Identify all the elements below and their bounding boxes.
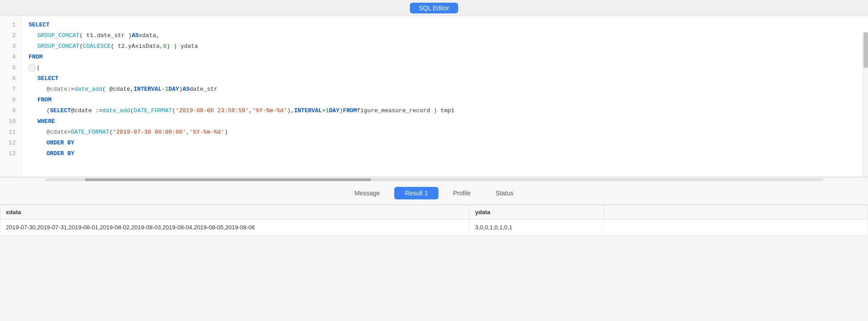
results-area: xdata ydata 2019-07-30,2019-07-31,2019-0… [0,205,868,236]
code-token: ( t1.date_str ) [80,30,132,41]
code-token: ( [130,106,134,116]
code-token: 0 [163,41,167,52]
code-token: FROM [343,106,357,116]
code-token: + [322,106,325,116]
code-token: ), [287,106,294,116]
code-token: ( [80,41,83,52]
code-token: DAY [329,106,339,116]
code-token: GROUP_CONCAT [38,30,80,41]
code-token: figure_measure_record ) tmp1 [357,106,454,116]
tab-result1[interactable]: Result 1 [394,187,438,199]
tab-status[interactable]: Status [485,187,524,199]
code-token: ORDER BY [46,138,74,148]
code-line-1[interactable]: SELECT [29,20,861,30]
code-line-10[interactable]: WHERE [29,116,861,127]
code-line-5[interactable]: −( [29,63,861,73]
code-token: ( [109,127,113,138]
scrollbar-thumb-h[interactable] [85,178,371,181]
editor-inner: 12345678910111213 SELECTGROUP_CONCAT( t1… [0,16,868,177]
tab-message[interactable]: Message [344,187,391,199]
code-line-8[interactable]: FROM [29,95,861,106]
code-token: , [249,106,253,116]
code-token: ( t2.yAxisData, [111,41,163,52]
cell-xdata: 2019-07-30,2019-07-31,2019-08-01,2019-08… [0,220,470,236]
vertical-scrollbar[interactable] [863,32,868,177]
code-token: date_add [74,84,102,95]
code-token: ( [37,63,40,73]
code-token: := [67,84,75,95]
code-token: AS [182,84,190,95]
code-token: ( [46,106,50,116]
code-token: 1 [325,106,329,116]
top-bar: SQL Editor [0,0,868,16]
code-token: DAY [169,84,179,95]
code-token: GROUP_CONCAT [38,41,80,52]
code-token: date_add [102,106,130,116]
tab-profile[interactable]: Profile [442,187,481,199]
scrollbar-thumb[interactable] [864,32,868,68]
cell-empty [604,220,868,236]
code-token: INTERVAL [294,106,322,116]
code-content[interactable]: SELECTGROUP_CONCAT( t1.date_str ) AS xda… [21,16,868,177]
results-table: xdata ydata 2019-07-30,2019-07-31,2019-0… [0,205,868,236]
code-token: @cdate [46,84,67,95]
horizontal-scrollbar-area [0,177,868,182]
code-token: SELECT [29,20,50,30]
code-token: ) [179,84,183,95]
sql-editor-area: 12345678910111213 SELECTGROUP_CONCAT( t1… [0,16,868,177]
code-token: date_str [190,84,217,95]
code-token: > [67,127,71,138]
code-line-13[interactable]: ORDER BY [29,148,861,159]
sql-editor-button[interactable]: SQL Editor [410,3,458,13]
code-token: ) ) ydata [167,41,198,52]
code-token: FROM [29,52,42,63]
code-token: ( @cdate, [102,84,134,95]
code-token: '2019-08-06 23:59:59' [176,106,249,116]
code-token: SELECT [50,106,71,116]
code-line-11[interactable]: @cdate > DATE_FORMAT( '2019-07-30 00:00:… [29,127,861,138]
table-header-row: xdata ydata [0,205,868,220]
code-line-6[interactable]: SELECT [29,73,861,84]
code-token: AS [132,30,139,41]
code-token: WHERE [38,116,55,127]
code-token: DATE_FORMAT [134,106,172,116]
cell-ydata: 3,0,0,1,0,1,0,1 [470,220,604,236]
code-token: '%Y-%m-%d' [252,106,287,116]
code-token: ( [172,106,176,116]
code-line-4[interactable]: FROM [29,52,861,63]
code-line-12[interactable]: ORDER BY [29,138,861,148]
code-token: SELECT [38,73,59,84]
code-line-7[interactable]: @cdate := date_add( @cdate, INTERVAL - 1… [29,84,861,95]
col-header-ydata: ydata [470,205,604,220]
tab-bar: Message Result 1 Profile Status [0,182,868,205]
code-token: ORDER BY [46,148,74,159]
scrollbar-track[interactable] [45,178,823,181]
code-token: '2019-07-30 00:00:00' [113,127,186,138]
code-token: - [161,84,165,95]
code-token: , [186,127,190,138]
code-token: INTERVAL [134,84,161,95]
code-token: ) [339,106,343,116]
code-token: @cdate := [71,106,102,116]
code-token: 1 [165,84,169,95]
code-token: COALESCE [83,41,110,52]
code-token: '%Y-%m-%d' [190,127,224,138]
code-line-9[interactable]: ( SELECT @cdate := date_add( DATE_FORMAT… [29,106,861,116]
code-token: DATE_FORMAT [71,127,110,138]
code-token: xdata, [139,30,160,41]
code-token: @cdate [46,127,67,138]
code-token: FROM [38,95,51,106]
code-line-2[interactable]: GROUP_CONCAT( t1.date_str ) AS xdata, [29,30,861,41]
code-line-3[interactable]: GROUP_CONCAT( COALESCE( t2.yAxisData, 0 … [29,41,861,52]
col-header-xdata: xdata [0,205,470,220]
line-numbers: 12345678910111213 [0,16,21,177]
col-header-empty [604,205,868,220]
fold-button-5[interactable]: − [29,65,35,71]
code-token: ) [224,127,228,138]
table-row: 2019-07-30,2019-07-31,2019-08-01,2019-08… [0,220,868,236]
